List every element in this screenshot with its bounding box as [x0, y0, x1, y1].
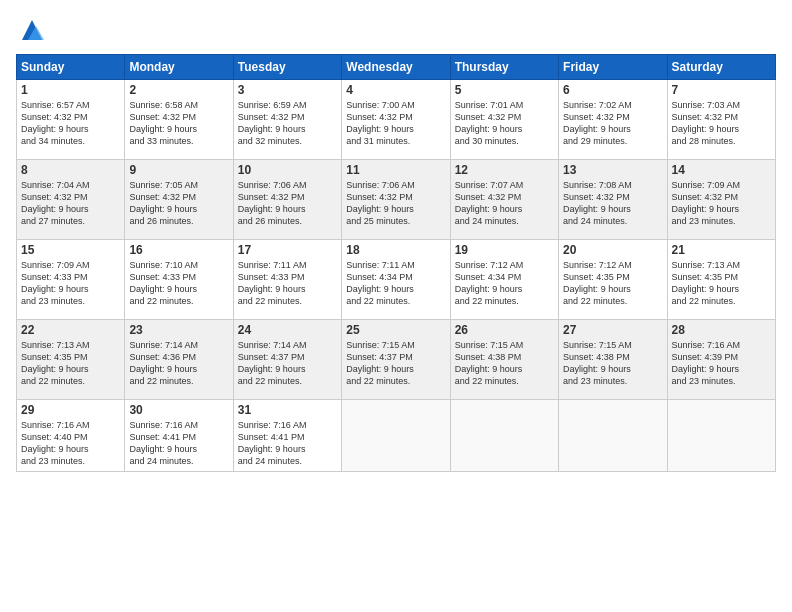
calendar-week-row: 29Sunrise: 7:16 AM Sunset: 4:40 PM Dayli… [17, 400, 776, 472]
day-info: Sunrise: 7:15 AM Sunset: 4:38 PM Dayligh… [563, 339, 662, 388]
calendar-cell: 24Sunrise: 7:14 AM Sunset: 4:37 PM Dayli… [233, 320, 341, 400]
day-info: Sunrise: 7:13 AM Sunset: 4:35 PM Dayligh… [21, 339, 120, 388]
calendar-week-row: 1Sunrise: 6:57 AM Sunset: 4:32 PM Daylig… [17, 80, 776, 160]
calendar-cell [559, 400, 667, 472]
calendar-table: SundayMondayTuesdayWednesdayThursdayFrid… [16, 54, 776, 472]
weekday-header-monday: Monday [125, 55, 233, 80]
calendar-week-row: 15Sunrise: 7:09 AM Sunset: 4:33 PM Dayli… [17, 240, 776, 320]
day-number: 7 [672, 83, 771, 97]
day-number: 25 [346, 323, 445, 337]
calendar-cell: 21Sunrise: 7:13 AM Sunset: 4:35 PM Dayli… [667, 240, 775, 320]
calendar-cell: 19Sunrise: 7:12 AM Sunset: 4:34 PM Dayli… [450, 240, 558, 320]
day-info: Sunrise: 7:15 AM Sunset: 4:38 PM Dayligh… [455, 339, 554, 388]
day-info: Sunrise: 6:58 AM Sunset: 4:32 PM Dayligh… [129, 99, 228, 148]
logo-icon [18, 16, 46, 44]
calendar-week-row: 22Sunrise: 7:13 AM Sunset: 4:35 PM Dayli… [17, 320, 776, 400]
logo [16, 16, 46, 44]
calendar-cell: 11Sunrise: 7:06 AM Sunset: 4:32 PM Dayli… [342, 160, 450, 240]
day-info: Sunrise: 7:03 AM Sunset: 4:32 PM Dayligh… [672, 99, 771, 148]
page-container: SundayMondayTuesdayWednesdayThursdayFrid… [0, 0, 792, 612]
day-number: 2 [129, 83, 228, 97]
day-info: Sunrise: 7:16 AM Sunset: 4:39 PM Dayligh… [672, 339, 771, 388]
calendar-cell: 13Sunrise: 7:08 AM Sunset: 4:32 PM Dayli… [559, 160, 667, 240]
day-info: Sunrise: 7:00 AM Sunset: 4:32 PM Dayligh… [346, 99, 445, 148]
calendar-cell: 26Sunrise: 7:15 AM Sunset: 4:38 PM Dayli… [450, 320, 558, 400]
day-number: 15 [21, 243, 120, 257]
calendar-header-row: SundayMondayTuesdayWednesdayThursdayFrid… [17, 55, 776, 80]
day-info: Sunrise: 7:16 AM Sunset: 4:40 PM Dayligh… [21, 419, 120, 468]
calendar-cell: 29Sunrise: 7:16 AM Sunset: 4:40 PM Dayli… [17, 400, 125, 472]
calendar-cell: 10Sunrise: 7:06 AM Sunset: 4:32 PM Dayli… [233, 160, 341, 240]
weekday-header-saturday: Saturday [667, 55, 775, 80]
calendar-cell: 17Sunrise: 7:11 AM Sunset: 4:33 PM Dayli… [233, 240, 341, 320]
day-info: Sunrise: 7:07 AM Sunset: 4:32 PM Dayligh… [455, 179, 554, 228]
day-number: 16 [129, 243, 228, 257]
day-number: 24 [238, 323, 337, 337]
calendar-cell [450, 400, 558, 472]
calendar-cell: 14Sunrise: 7:09 AM Sunset: 4:32 PM Dayli… [667, 160, 775, 240]
day-number: 12 [455, 163, 554, 177]
day-number: 14 [672, 163, 771, 177]
day-info: Sunrise: 7:12 AM Sunset: 4:35 PM Dayligh… [563, 259, 662, 308]
calendar-cell [667, 400, 775, 472]
calendar-cell: 12Sunrise: 7:07 AM Sunset: 4:32 PM Dayli… [450, 160, 558, 240]
day-info: Sunrise: 7:01 AM Sunset: 4:32 PM Dayligh… [455, 99, 554, 148]
day-number: 31 [238, 403, 337, 417]
day-info: Sunrise: 7:16 AM Sunset: 4:41 PM Dayligh… [129, 419, 228, 468]
day-number: 4 [346, 83, 445, 97]
day-number: 3 [238, 83, 337, 97]
calendar-cell: 15Sunrise: 7:09 AM Sunset: 4:33 PM Dayli… [17, 240, 125, 320]
day-number: 18 [346, 243, 445, 257]
calendar-cell: 20Sunrise: 7:12 AM Sunset: 4:35 PM Dayli… [559, 240, 667, 320]
day-info: Sunrise: 6:57 AM Sunset: 4:32 PM Dayligh… [21, 99, 120, 148]
calendar-cell: 2Sunrise: 6:58 AM Sunset: 4:32 PM Daylig… [125, 80, 233, 160]
calendar-cell: 9Sunrise: 7:05 AM Sunset: 4:32 PM Daylig… [125, 160, 233, 240]
day-info: Sunrise: 7:09 AM Sunset: 4:32 PM Dayligh… [672, 179, 771, 228]
day-number: 27 [563, 323, 662, 337]
weekday-header-sunday: Sunday [17, 55, 125, 80]
day-number: 9 [129, 163, 228, 177]
day-number: 5 [455, 83, 554, 97]
day-number: 10 [238, 163, 337, 177]
day-info: Sunrise: 7:09 AM Sunset: 4:33 PM Dayligh… [21, 259, 120, 308]
day-info: Sunrise: 7:05 AM Sunset: 4:32 PM Dayligh… [129, 179, 228, 228]
day-info: Sunrise: 7:15 AM Sunset: 4:37 PM Dayligh… [346, 339, 445, 388]
day-info: Sunrise: 6:59 AM Sunset: 4:32 PM Dayligh… [238, 99, 337, 148]
calendar-cell: 4Sunrise: 7:00 AM Sunset: 4:32 PM Daylig… [342, 80, 450, 160]
weekday-header-friday: Friday [559, 55, 667, 80]
day-number: 6 [563, 83, 662, 97]
day-info: Sunrise: 7:14 AM Sunset: 4:37 PM Dayligh… [238, 339, 337, 388]
day-info: Sunrise: 7:12 AM Sunset: 4:34 PM Dayligh… [455, 259, 554, 308]
calendar-cell: 31Sunrise: 7:16 AM Sunset: 4:41 PM Dayli… [233, 400, 341, 472]
calendar-cell: 5Sunrise: 7:01 AM Sunset: 4:32 PM Daylig… [450, 80, 558, 160]
day-number: 30 [129, 403, 228, 417]
day-info: Sunrise: 7:14 AM Sunset: 4:36 PM Dayligh… [129, 339, 228, 388]
day-info: Sunrise: 7:11 AM Sunset: 4:33 PM Dayligh… [238, 259, 337, 308]
day-number: 23 [129, 323, 228, 337]
calendar-cell: 28Sunrise: 7:16 AM Sunset: 4:39 PM Dayli… [667, 320, 775, 400]
day-number: 21 [672, 243, 771, 257]
day-info: Sunrise: 7:06 AM Sunset: 4:32 PM Dayligh… [346, 179, 445, 228]
weekday-header-wednesday: Wednesday [342, 55, 450, 80]
day-info: Sunrise: 7:04 AM Sunset: 4:32 PM Dayligh… [21, 179, 120, 228]
day-number: 26 [455, 323, 554, 337]
calendar-cell: 22Sunrise: 7:13 AM Sunset: 4:35 PM Dayli… [17, 320, 125, 400]
day-number: 17 [238, 243, 337, 257]
calendar-cell: 7Sunrise: 7:03 AM Sunset: 4:32 PM Daylig… [667, 80, 775, 160]
day-info: Sunrise: 7:11 AM Sunset: 4:34 PM Dayligh… [346, 259, 445, 308]
calendar-cell: 8Sunrise: 7:04 AM Sunset: 4:32 PM Daylig… [17, 160, 125, 240]
day-info: Sunrise: 7:13 AM Sunset: 4:35 PM Dayligh… [672, 259, 771, 308]
calendar-cell: 23Sunrise: 7:14 AM Sunset: 4:36 PM Dayli… [125, 320, 233, 400]
calendar-cell: 27Sunrise: 7:15 AM Sunset: 4:38 PM Dayli… [559, 320, 667, 400]
calendar-cell: 30Sunrise: 7:16 AM Sunset: 4:41 PM Dayli… [125, 400, 233, 472]
calendar-cell: 1Sunrise: 6:57 AM Sunset: 4:32 PM Daylig… [17, 80, 125, 160]
calendar-week-row: 8Sunrise: 7:04 AM Sunset: 4:32 PM Daylig… [17, 160, 776, 240]
day-number: 8 [21, 163, 120, 177]
day-number: 1 [21, 83, 120, 97]
day-number: 28 [672, 323, 771, 337]
header [16, 16, 776, 44]
day-number: 29 [21, 403, 120, 417]
day-info: Sunrise: 7:10 AM Sunset: 4:33 PM Dayligh… [129, 259, 228, 308]
calendar-cell: 3Sunrise: 6:59 AM Sunset: 4:32 PM Daylig… [233, 80, 341, 160]
day-info: Sunrise: 7:06 AM Sunset: 4:32 PM Dayligh… [238, 179, 337, 228]
